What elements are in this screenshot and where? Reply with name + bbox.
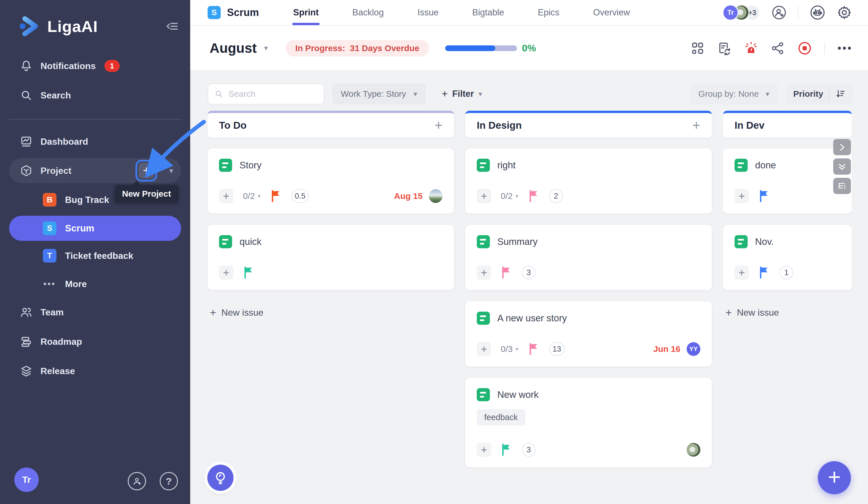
sidebar-item-notifications[interactable]: Notifications 1 xyxy=(0,54,190,78)
assignee-avatar[interactable]: YY xyxy=(686,342,700,356)
sidebar-item-search[interactable]: Search xyxy=(0,83,190,108)
issue-card[interactable]: done + ▾ xyxy=(723,148,852,213)
story-points-badge[interactable]: 2 xyxy=(549,189,563,203)
tab-overview[interactable]: Overview xyxy=(593,0,630,25)
sprint-caret-icon[interactable]: ▾ xyxy=(264,44,268,52)
collapse-all-button[interactable] xyxy=(833,158,851,175)
new-issue-button[interactable]: + New issue xyxy=(723,306,852,319)
share-icon[interactable] xyxy=(771,41,785,56)
priority-flag-icon[interactable] xyxy=(501,266,512,279)
issue-card[interactable]: New work feedback + ▾ xyxy=(465,378,712,467)
group-by-dropdown[interactable]: Group by: None ▾ xyxy=(690,83,778,104)
add-subtask-button[interactable]: + xyxy=(219,189,233,203)
more-actions-icon[interactable]: ••• xyxy=(837,42,852,54)
issue-search-box[interactable] xyxy=(208,83,324,104)
subtask-counter[interactable]: 0/2 ▾ xyxy=(243,191,261,201)
sidebar-item-scrum-active[interactable]: S Scrum xyxy=(9,216,181,241)
issue-card[interactable]: Nov. + ▾ xyxy=(723,225,852,290)
due-date[interactable]: Jun 16 xyxy=(653,344,680,354)
story-points-badge[interactable]: 3 xyxy=(522,266,536,279)
story-points-badge[interactable]: 0.5 xyxy=(291,189,309,203)
sidebar-item-release[interactable]: Release xyxy=(0,359,190,383)
sidebar-item-project[interactable]: Project + ▾ xyxy=(9,158,181,183)
add-subtask-button[interactable]: + xyxy=(477,342,491,356)
user-avatar[interactable]: Tr xyxy=(14,467,39,492)
sidebar-item-team[interactable]: Team xyxy=(0,300,190,324)
sprint-status-badge: In Progress: 31 Days Overdue xyxy=(286,40,429,57)
project-name: Scrum xyxy=(227,7,259,19)
tips-lightbulb-button[interactable] xyxy=(207,465,234,491)
sync-document-icon[interactable] xyxy=(717,41,731,56)
tab-issue[interactable]: Issue xyxy=(417,0,438,25)
alert-siren-icon[interactable] xyxy=(744,41,758,56)
card-title: done xyxy=(755,160,776,171)
assignee-avatar[interactable] xyxy=(429,189,443,203)
due-date[interactable]: Aug 15 xyxy=(394,191,423,201)
account-icon[interactable] xyxy=(128,472,146,490)
issue-card[interactable]: quick + ▾ xyxy=(208,225,454,290)
new-issue-button[interactable]: + New issue xyxy=(208,306,454,319)
tab-bigtable[interactable]: Bigtable xyxy=(472,0,504,25)
sidebar-item-roadmap[interactable]: Roadmap xyxy=(0,329,190,354)
assistant-robot-icon[interactable] xyxy=(810,5,825,20)
issue-card[interactable]: Summary + ▾ xyxy=(465,225,712,290)
sprint-icons-divider xyxy=(824,42,825,54)
record-icon[interactable] xyxy=(798,41,812,56)
priority-flag-icon[interactable] xyxy=(528,342,539,356)
add-filter-button[interactable]: + Filter ▾ xyxy=(442,88,482,100)
work-type-dropdown[interactable]: Work Type: Story ▾ xyxy=(332,83,426,104)
story-points-badge[interactable]: 3 xyxy=(522,443,536,457)
story-points-badge[interactable]: 13 xyxy=(549,342,565,356)
add-card-icon[interactable]: + xyxy=(435,120,443,131)
chevron-down-icon: ▾ xyxy=(478,90,482,99)
add-subtask-button[interactable]: + xyxy=(477,189,491,203)
create-issue-fab[interactable] xyxy=(818,461,851,494)
search-icon xyxy=(20,89,32,102)
sidebar-item-dashboard[interactable]: Dashboard xyxy=(0,129,190,154)
invite-member-icon[interactable] xyxy=(772,5,786,20)
release-layers-icon xyxy=(20,365,32,377)
sidebar-item-ticket-feedback[interactable]: T Ticket feedback xyxy=(0,243,190,268)
collapse-sidebar-icon[interactable] xyxy=(166,20,179,32)
add-subtask-button[interactable]: + xyxy=(477,443,491,457)
assignee-avatar[interactable] xyxy=(686,443,700,457)
issue-search-input[interactable] xyxy=(228,89,317,99)
project-caret-icon[interactable]: ▾ xyxy=(169,167,173,175)
scroll-right-button[interactable] xyxy=(833,139,851,155)
sort-priority-control[interactable]: Priority xyxy=(786,83,853,104)
sprint-name[interactable]: August xyxy=(209,40,257,56)
subtask-counter[interactable]: 0/3 ▾ xyxy=(501,344,518,354)
priority-flag-icon[interactable] xyxy=(243,266,254,279)
add-subtask-button[interactable]: + xyxy=(735,265,749,280)
tab-sprint[interactable]: Sprint xyxy=(293,0,319,25)
tree-view-button[interactable] xyxy=(833,178,851,194)
avatar-tr[interactable]: Tr xyxy=(723,4,738,21)
issue-card[interactable]: Story + 0/2 ▾ xyxy=(208,148,454,213)
priority-flag-icon[interactable] xyxy=(528,190,539,203)
search-icon xyxy=(215,89,223,99)
member-avatars[interactable]: Tr +3 xyxy=(723,4,760,21)
issue-card[interactable]: right + 0/2 ▾ xyxy=(465,148,712,213)
help-icon[interactable]: ? xyxy=(160,472,178,490)
add-subtask-button[interactable]: + xyxy=(735,189,749,203)
tab-epics[interactable]: Epics xyxy=(538,0,559,25)
card-header: quick xyxy=(219,235,443,248)
board-view-icon[interactable] xyxy=(690,41,705,56)
tag-chip[interactable]: feedback xyxy=(477,409,525,425)
sidebar-item-more[interactable]: ••• More xyxy=(0,272,190,296)
settings-gear-icon[interactable] xyxy=(837,5,852,20)
add-card-icon[interactable]: + xyxy=(692,120,700,131)
priority-flag-icon[interactable] xyxy=(270,190,282,203)
tab-backlog[interactable]: Backlog xyxy=(352,0,384,25)
dashboard-icon xyxy=(20,135,32,148)
add-subtask-button[interactable]: + xyxy=(477,265,491,280)
issue-card[interactable]: A new user story + 0/3 ▾ xyxy=(465,301,712,366)
story-points-badge[interactable]: 1 xyxy=(779,266,793,279)
add-subtask-button[interactable]: + xyxy=(219,265,233,280)
priority-flag-icon[interactable] xyxy=(501,443,512,456)
priority-flag-icon[interactable] xyxy=(758,190,770,203)
priority-flag-icon[interactable] xyxy=(758,266,770,279)
new-project-button[interactable]: + xyxy=(138,163,154,178)
subtask-counter[interactable]: 0/2 ▾ xyxy=(501,191,518,201)
kanban-column: In Design + right + 0/2 ▾ xyxy=(465,111,712,467)
